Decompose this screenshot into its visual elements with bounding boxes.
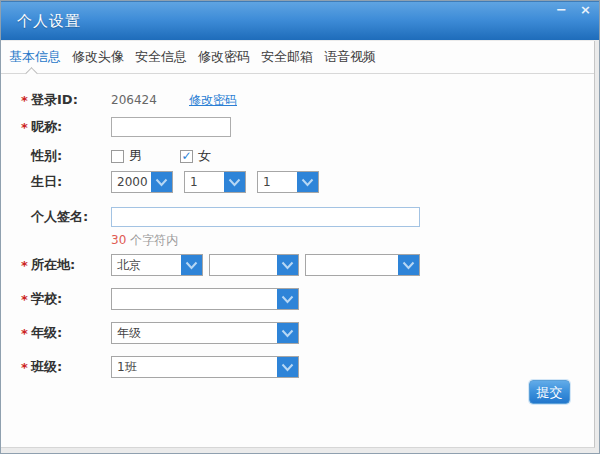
chevron-down-icon[interactable] bbox=[277, 357, 298, 377]
signature-label: 个人签名: bbox=[31, 208, 111, 226]
school-select[interactable] bbox=[111, 288, 299, 310]
form-row-school: * 学校: bbox=[1, 288, 594, 310]
location-district-select[interactable] bbox=[305, 254, 420, 276]
location-label: 所在地: bbox=[31, 256, 111, 274]
required-asterisk: * bbox=[21, 258, 31, 273]
submit-button[interactable]: 提交 bbox=[529, 380, 570, 404]
required-asterisk: * bbox=[21, 360, 31, 375]
tab-change-password[interactable]: 修改密码 bbox=[198, 48, 250, 66]
checkmark-icon: ✓ bbox=[181, 150, 191, 162]
tab-security-info[interactable]: 安全信息 bbox=[135, 48, 187, 66]
school-label: 学校: bbox=[31, 290, 111, 308]
form-row-login-id: * 登录ID: 206424 修改密码 bbox=[1, 89, 594, 111]
basic-info-form: * 登录ID: 206424 修改密码 * 昵称: 性别: 男 ✓ bbox=[1, 74, 594, 378]
chevron-down-icon[interactable] bbox=[297, 172, 318, 192]
gender-female-label: 女 bbox=[198, 147, 211, 165]
gender-male-checkbox[interactable] bbox=[111, 150, 124, 163]
nickname-label: 昵称: bbox=[31, 118, 111, 136]
form-row-signature: 个人签名: bbox=[1, 206, 594, 228]
location-province-select[interactable]: 北京 bbox=[111, 254, 203, 276]
grade-select[interactable]: 年级 bbox=[111, 322, 299, 344]
school-value bbox=[112, 289, 277, 309]
gender-male-label: 男 bbox=[129, 147, 142, 165]
chevron-down-icon[interactable] bbox=[277, 323, 298, 343]
location-province-value: 北京 bbox=[112, 255, 181, 275]
birthday-month-value: 1 bbox=[185, 172, 224, 192]
grade-label: 年级: bbox=[31, 324, 111, 342]
birthday-day-select[interactable]: 1 bbox=[257, 171, 319, 193]
signature-hint-number: 30 bbox=[111, 233, 126, 247]
birthday-label: 生日: bbox=[31, 173, 111, 191]
birthday-year-select[interactable]: 2000 bbox=[111, 171, 173, 193]
required-asterisk: * bbox=[21, 326, 31, 341]
gender-label: 性别: bbox=[31, 147, 111, 165]
tab-bar: 基本信息 修改头像 安全信息 修改密码 安全邮箱 语音视频 bbox=[1, 41, 594, 74]
form-row-nickname: * 昵称: bbox=[1, 116, 594, 138]
change-password-link[interactable]: 修改密码 bbox=[189, 92, 237, 109]
form-row-birthday: 生日: 2000 1 1 bbox=[1, 171, 594, 193]
location-city-value bbox=[210, 255, 277, 275]
tab-change-avatar[interactable]: 修改头像 bbox=[72, 48, 124, 66]
minimize-icon[interactable]: − bbox=[553, 3, 570, 18]
content-panel: 基本信息 修改头像 安全信息 修改密码 安全邮箱 语音视频 * 登录ID: 20… bbox=[1, 41, 595, 448]
tab-security-email[interactable]: 安全邮箱 bbox=[261, 48, 313, 66]
class-label: 班级: bbox=[31, 358, 111, 376]
signature-hint-text: 个字符内 bbox=[130, 233, 178, 247]
class-value: 1班 bbox=[112, 357, 277, 377]
required-asterisk: * bbox=[21, 120, 31, 135]
personal-settings-window: 个人设置 − × 基本信息 修改头像 安全信息 修改密码 安全邮箱 语音视频 *… bbox=[1, 1, 599, 453]
gender-female-checkbox[interactable]: ✓ bbox=[180, 150, 193, 163]
close-icon[interactable]: × bbox=[577, 3, 594, 18]
birthday-year-value: 2000 bbox=[112, 172, 151, 192]
required-asterisk: * bbox=[21, 292, 31, 307]
nickname-input[interactable] bbox=[111, 117, 231, 137]
birthday-month-select[interactable]: 1 bbox=[184, 171, 246, 193]
chevron-down-icon[interactable] bbox=[181, 255, 202, 275]
tab-basic-info[interactable]: 基本信息 bbox=[9, 48, 61, 66]
chevron-down-icon[interactable] bbox=[277, 289, 298, 309]
location-city-select[interactable] bbox=[209, 254, 299, 276]
form-row-gender: 性别: 男 ✓ 女 bbox=[1, 145, 594, 167]
class-select[interactable]: 1班 bbox=[111, 356, 299, 378]
form-row-class: * 班级: 1班 bbox=[1, 356, 594, 378]
window-controls: − × bbox=[553, 3, 594, 18]
signature-hint: 30个字符内 bbox=[1, 232, 594, 248]
grade-value: 年级 bbox=[112, 323, 277, 343]
chevron-down-icon[interactable] bbox=[151, 172, 172, 192]
required-asterisk: * bbox=[21, 93, 31, 108]
form-row-grade: * 年级: 年级 bbox=[1, 322, 594, 344]
chevron-down-icon[interactable] bbox=[224, 172, 245, 192]
form-row-location: * 所在地: 北京 bbox=[1, 254, 594, 276]
window-title: 个人设置 bbox=[17, 12, 81, 31]
birthday-day-value: 1 bbox=[258, 172, 297, 192]
location-district-value bbox=[306, 255, 398, 275]
title-bar: 个人设置 − × bbox=[1, 1, 599, 40]
chevron-down-icon[interactable] bbox=[398, 255, 419, 275]
login-id-label: 登录ID: bbox=[31, 91, 111, 109]
signature-input[interactable] bbox=[111, 207, 420, 227]
login-id-value: 206424 bbox=[111, 93, 189, 107]
chevron-down-icon[interactable] bbox=[277, 255, 298, 275]
tab-voice-video[interactable]: 语音视频 bbox=[324, 48, 376, 66]
